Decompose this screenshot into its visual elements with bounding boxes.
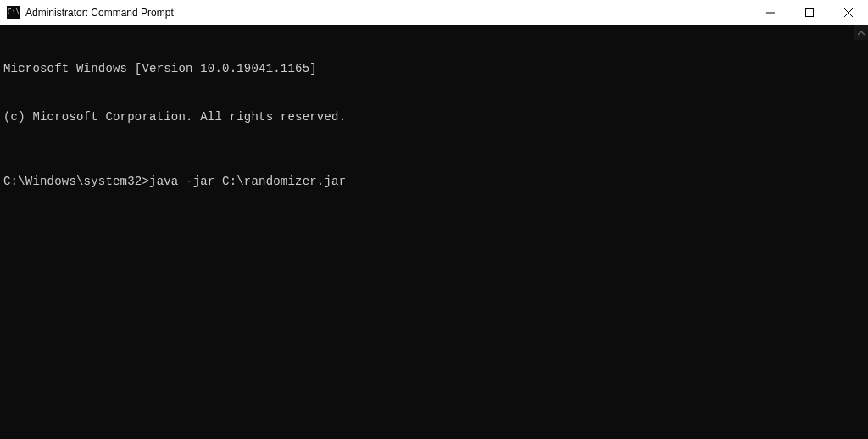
terminal-prompt: C:\Windows\system32> <box>3 175 149 188</box>
scrollbar[interactable] <box>854 25 868 439</box>
window-title: Administrator: Command Prompt <box>25 7 751 19</box>
window-controls <box>751 0 868 25</box>
terminal-area[interactable]: Microsoft Windows [Version 10.0.19041.11… <box>0 25 868 439</box>
maximize-icon <box>805 8 814 17</box>
close-icon <box>844 8 853 17</box>
terminal-output-line: Microsoft Windows [Version 10.0.19041.11… <box>3 61 868 77</box>
titlebar: C:\ Administrator: Command Prompt <box>0 0 868 25</box>
terminal-prompt-line: C:\Windows\system32>java -jar C:\randomi… <box>3 174 868 190</box>
close-button[interactable] <box>829 0 868 25</box>
maximize-button[interactable] <box>790 0 829 25</box>
minimize-button[interactable] <box>751 0 790 25</box>
terminal-output-line: (c) Microsoft Corporation. All rights re… <box>3 109 868 125</box>
scroll-up-button[interactable] <box>854 25 868 40</box>
cmd-icon: C:\ <box>7 6 20 19</box>
minimize-icon <box>766 8 775 17</box>
chevron-up-icon <box>858 30 865 36</box>
svg-rect-1 <box>806 9 814 17</box>
terminal-command: java -jar C:\randomizer.jar <box>149 175 346 188</box>
